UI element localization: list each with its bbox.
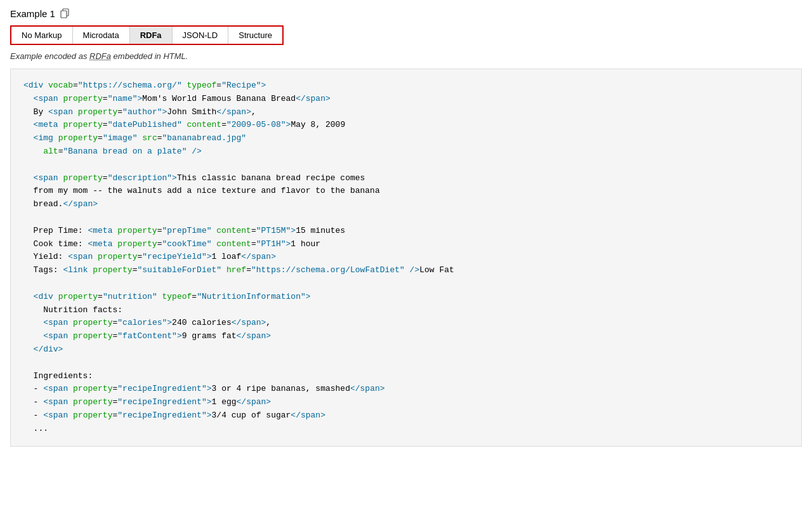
- copy-icon[interactable]: [59, 8, 70, 19]
- tabs-container: No Markup Microdata RDFa JSON-LD Structu…: [10, 25, 284, 45]
- tab-rdfa[interactable]: RDFa: [130, 27, 173, 44]
- tab-no-markup[interactable]: No Markup: [11, 27, 73, 44]
- page-header: Example 1: [10, 8, 802, 19]
- tab-structure[interactable]: Structure: [228, 27, 282, 44]
- code-block: <div vocab="https://schema.org/" typeof=…: [10, 69, 802, 447]
- svg-rect-1: [61, 11, 67, 18]
- tab-microdata[interactable]: Microdata: [73, 27, 130, 44]
- subtitle: Example encoded as RDFa embedded in HTML…: [10, 51, 802, 61]
- rdfa-link[interactable]: RDFa: [89, 51, 111, 61]
- page-title: Example 1: [10, 8, 55, 19]
- tab-json-ld[interactable]: JSON-LD: [173, 27, 229, 44]
